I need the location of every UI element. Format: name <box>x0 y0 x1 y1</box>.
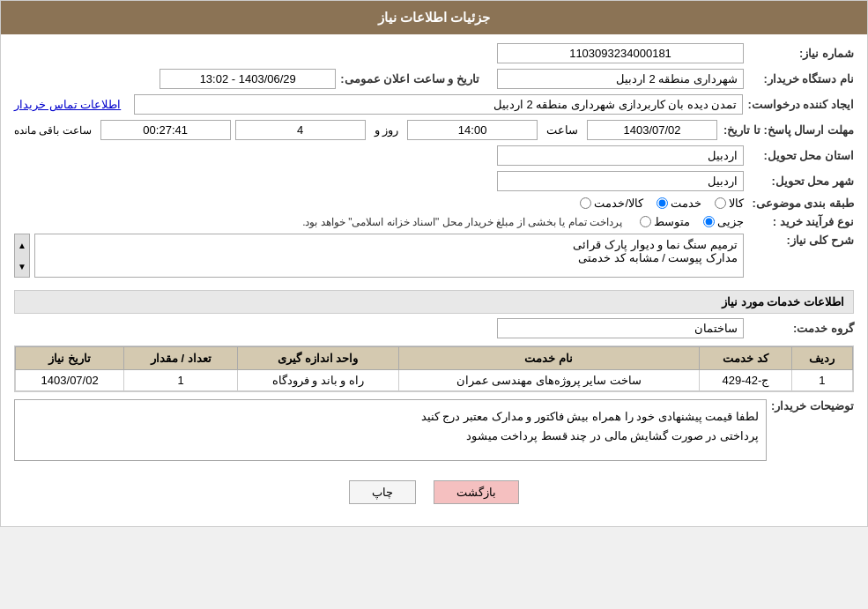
category-label-kala: کالا <box>729 197 744 210</box>
contact-link[interactable]: اطلاعات تماس خریدار <box>14 98 121 111</box>
org-date-row: نام دستگاه خریدار: شهرداری منطقه 2 اردبی… <box>14 69 854 89</box>
button-row: بازگشت چاپ <box>14 472 854 517</box>
services-section-title: اطلاعات خدمات مورد نیاز <box>14 290 854 314</box>
need-desc-line1: ترمیم سنگ نما و دیوار پارک قرائی <box>41 238 738 251</box>
cell-date: 1403/07/02 <box>16 370 124 391</box>
category-label-khedmat: خدمت <box>671 197 701 210</box>
process-row: نوع فرآیند خرید : متوسط جزیی پرداخت تمام… <box>14 215 854 228</box>
col-header-unit: واحد اندازه گیری <box>238 347 398 370</box>
reply-remaining: 00:27:41 <box>100 120 231 140</box>
need-desc-row: شرح کلی نیاز: ترمیم سنگ نما و دیوار پارک… <box>14 234 854 283</box>
service-group-row: گروه خدمت: ساختمان <box>14 318 854 338</box>
need-number-value: 1103093234000181 <box>497 43 744 63</box>
cell-qty: 1 <box>124 370 238 391</box>
cell-unit: راه و باند و فرودگاه <box>238 370 398 391</box>
org-name-value: شهرداری منطقه 2 اردبیل <box>497 69 744 89</box>
need-desc-content: ترمیم سنگ نما و دیوار پارک قرائی مدارک پ… <box>34 234 744 278</box>
reply-deadline-label: مهلت ارسال پاسخ: تا تاریخ: <box>722 123 854 137</box>
cell-name: ساخت سایر پروژه‌های مهندسی عمران <box>398 370 700 391</box>
scroll-down-button[interactable]: ▼ <box>15 256 29 277</box>
page-title: جزئیات اطلاعات نیاز <box>378 10 490 25</box>
services-table: ردیف کد خدمت نام خدمت واحد اندازه گیری ت… <box>15 346 853 391</box>
process-option-motavaset[interactable]: متوسط <box>640 215 690 228</box>
reply-days: 4 <box>235 120 366 140</box>
desc-scrollbar: ▲ ▼ <box>14 234 30 278</box>
category-option-khedmat[interactable]: خدمت <box>657 197 701 210</box>
page-container: جزئیات اطلاعات نیاز شماره نیاز: 11030932… <box>0 0 868 527</box>
need-desc-label: شرح کلی نیاز: <box>748 234 854 247</box>
city-value: اردبیل <box>497 171 744 191</box>
page-header: جزئیات اطلاعات نیاز <box>1 1 867 34</box>
org-name-label: نام دستگاه خریدار: <box>748 72 854 85</box>
category-row: طبقه بندی موضوعی: کالا/خدمت خدمت کالا <box>14 197 854 210</box>
col-header-code: کد خدمت <box>700 347 792 370</box>
category-radio-kala[interactable] <box>715 197 726 209</box>
announce-date-label: تاریخ و ساعت اعلان عمومی: <box>340 72 479 85</box>
process-radio-jozi[interactable] <box>703 216 715 227</box>
announce-date-value: 1403/06/29 - 13:02 <box>160 69 336 89</box>
back-button[interactable]: بازگشت <box>434 480 519 504</box>
category-radio-kala-khedmat[interactable] <box>580 197 591 209</box>
category-option-kala-khedmat[interactable]: کالا/خدمت <box>580 197 643 210</box>
province-value: اردبیل <box>497 145 744 166</box>
need-desc-line2: مدارک پیوست / مشابه کد خدمتی <box>41 251 738 264</box>
table-row: 1 ج-42-429 ساخت سایر پروژه‌های مهندسی عم… <box>16 370 853 391</box>
need-number-label: شماره نیاز: <box>748 47 854 60</box>
col-header-date: تاریخ نیاز <box>16 347 124 370</box>
process-option-jozi[interactable]: جزیی <box>703 215 744 228</box>
cell-code: ج-42-429 <box>700 370 792 391</box>
category-radio-khedmat[interactable] <box>657 197 668 209</box>
services-table-container: ردیف کد خدمت نام خدمت واحد اندازه گیری ت… <box>14 345 854 392</box>
buyer-note-content: لطفا قیمت پیشنهادی خود را همراه بیش فاکت… <box>14 399 767 461</box>
process-label-jozi: جزیی <box>717 215 744 228</box>
reply-time: 14:00 <box>407 120 538 140</box>
col-header-row: ردیف <box>791 347 852 370</box>
reply-remaining-label: ساعت باقی مانده <box>14 124 92 137</box>
process-note: پرداخت تمام یا بخشی از مبلغ خریدار محل "… <box>14 216 622 228</box>
reply-days-label: روز و <box>375 123 399 137</box>
scroll-up-button[interactable]: ▲ <box>15 234 29 256</box>
buyer-note-row: توضیحات خریدار: لطفا قیمت پیشنهادی خود ر… <box>14 399 854 466</box>
need-number-row: شماره نیاز: 1103093234000181 <box>14 43 854 63</box>
city-label: شهر محل تحویل: <box>748 175 854 188</box>
buyer-note-line2: پرداختی در صورت گشایش مالی در چند قسط پر… <box>22 427 759 446</box>
col-header-qty: تعداد / مقدار <box>124 347 238 370</box>
reply-deadline-row: مهلت ارسال پاسخ: تا تاریخ: 1403/07/02 سا… <box>14 120 854 140</box>
creator-row: ایجاد کننده درخواست: تمدن دیده بان کاربر… <box>14 94 854 115</box>
cell-row: 1 <box>791 370 852 391</box>
process-label: نوع فرآیند خرید : <box>748 215 854 228</box>
creator-value: تمدن دیده بان کاربردازی شهرداری منطقه 2 … <box>134 94 743 115</box>
col-header-name: نام خدمت <box>398 347 700 370</box>
reply-time-label: ساعت <box>546 123 578 137</box>
need-desc-box: ترمیم سنگ نما و دیوار پارک قرائی مدارک پ… <box>14 234 744 278</box>
province-row: استان محل تحویل: اردبیل <box>14 145 854 166</box>
category-option-kala[interactable]: کالا <box>715 197 744 210</box>
print-button[interactable]: چاپ <box>349 480 416 504</box>
buyer-note-label: توضیحات خریدار: <box>771 399 854 412</box>
category-label: طبقه بندی موضوعی: <box>748 197 854 210</box>
city-row: شهر محل تحویل: اردبیل <box>14 171 854 191</box>
reply-date: 1403/07/02 <box>587 120 717 140</box>
category-radio-group: کالا/خدمت خدمت کالا <box>580 197 744 210</box>
process-radio-motavaset[interactable] <box>640 216 651 227</box>
process-label-motavaset: متوسط <box>654 215 690 228</box>
service-group-value: ساختمان <box>497 318 744 338</box>
province-label: استان محل تحویل: <box>748 149 854 162</box>
process-radio-group: متوسط جزیی <box>640 215 744 228</box>
buyer-note-line1: لطفا قیمت پیشنهادی خود را همراه بیش فاکت… <box>22 407 759 427</box>
creator-label: ایجاد کننده درخواست: <box>747 98 854 111</box>
table-header-row: ردیف کد خدمت نام خدمت واحد اندازه گیری ت… <box>16 347 853 370</box>
service-group-label: گروه خدمت: <box>748 322 854 335</box>
category-label-kala-khedmat: کالا/خدمت <box>594 197 643 210</box>
